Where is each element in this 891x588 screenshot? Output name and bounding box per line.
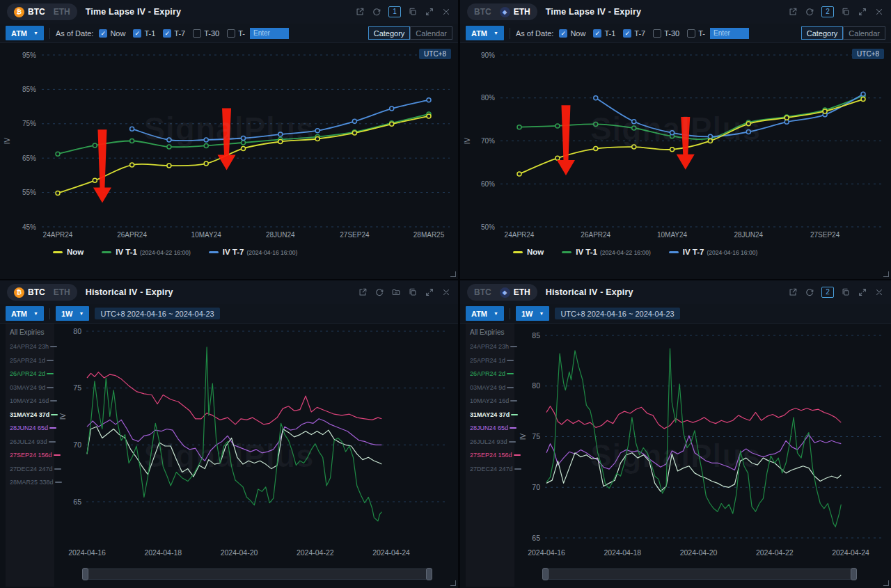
legend-item[interactable]: IV T-1(2024-04-22 16:00) bbox=[102, 248, 190, 256]
expiry-item[interactable]: 28MAR25 338d bbox=[10, 479, 52, 486]
checkbox-now[interactable]: ✓Now bbox=[559, 29, 585, 38]
expiry-item[interactable]: 27DEC24 247d bbox=[10, 466, 52, 472]
fullscreen-icon[interactable] bbox=[425, 7, 434, 17]
checkbox-t-[interactable]: T- bbox=[227, 29, 245, 38]
expiry-item[interactable]: 28JUN24 65d bbox=[10, 424, 52, 431]
category-button[interactable]: Category bbox=[368, 26, 411, 40]
open-external-icon[interactable] bbox=[358, 287, 368, 297]
checkbox-t-1[interactable]: ✓T-1 bbox=[133, 29, 155, 38]
checkbox-t-7[interactable]: ✓T-7 bbox=[163, 29, 185, 38]
expiry-item[interactable]: 25APR24 1d bbox=[470, 357, 512, 364]
sidebar-header[interactable]: All Expiries bbox=[10, 328, 52, 336]
custom-t-days-input[interactable] bbox=[250, 28, 289, 39]
expiry-item[interactable]: 03MAY24 9d bbox=[10, 384, 52, 391]
calendar-button[interactable]: Calendar bbox=[410, 26, 452, 40]
strike-select[interactable]: ATM▼ bbox=[466, 306, 504, 321]
tab-btc[interactable]: ₿ BTC bbox=[14, 287, 45, 298]
tab-eth[interactable]: ETH bbox=[54, 7, 70, 17]
expiry-item[interactable]: 27DEC24 247d bbox=[470, 466, 512, 472]
time-range-slider[interactable] bbox=[84, 569, 431, 580]
window-count-badge[interactable]: 1 bbox=[388, 6, 401, 17]
open-external-icon[interactable] bbox=[788, 7, 798, 17]
close-icon[interactable] bbox=[441, 7, 451, 17]
legend-item[interactable]: IV T-7(2024-04-16 16:00) bbox=[669, 248, 757, 256]
window-count-badge[interactable]: 2 bbox=[821, 6, 834, 17]
refresh-icon[interactable] bbox=[805, 7, 814, 17]
duplicate-icon[interactable] bbox=[408, 7, 418, 17]
tab-eth[interactable]: ◆ ETH bbox=[500, 287, 530, 298]
refresh-icon[interactable] bbox=[372, 7, 381, 17]
expiry-item[interactable]: 26JUL24 93d bbox=[10, 438, 52, 445]
strike-select[interactable]: ATM▼ bbox=[466, 26, 504, 40]
open-external-icon[interactable] bbox=[788, 287, 798, 297]
checkbox-t-[interactable]: T- bbox=[687, 29, 705, 38]
duplicate-icon[interactable] bbox=[841, 7, 851, 17]
duplicate-icon[interactable] bbox=[841, 287, 851, 297]
checkbox-t-1[interactable]: ✓T-1 bbox=[593, 29, 615, 38]
expiry-item[interactable]: 26JUL24 93d bbox=[470, 438, 512, 445]
resize-handle[interactable] bbox=[450, 580, 456, 586]
expiry-item[interactable]: 27SEP24 156d bbox=[10, 452, 52, 459]
time-lapse-chart[interactable]: 50%60%70%80%90%24APR2426APR2410MAY2428JU… bbox=[460, 42, 891, 244]
expiry-item[interactable]: 26APR24 2d bbox=[470, 370, 512, 377]
checkbox-unchecked-icon[interactable] bbox=[193, 29, 201, 38]
checkbox-checked-icon[interactable]: ✓ bbox=[133, 29, 141, 38]
expiry-item[interactable]: 24APR24 23h bbox=[470, 343, 512, 350]
checkbox-t-7[interactable]: ✓T-7 bbox=[623, 29, 645, 38]
expiry-item[interactable]: 24APR24 23h bbox=[10, 343, 52, 350]
window-count-badge[interactable]: 2 bbox=[821, 287, 834, 298]
expiry-item[interactable]: 26APR24 2d bbox=[10, 370, 52, 377]
resize-handle[interactable] bbox=[883, 580, 889, 586]
expiry-item[interactable]: 28JUN24 65d bbox=[470, 424, 512, 431]
checkbox-now[interactable]: ✓Now bbox=[99, 29, 125, 38]
tab-btc[interactable]: ₿ BTC bbox=[14, 7, 45, 17]
slider-handle-left[interactable] bbox=[82, 568, 88, 580]
checkbox-checked-icon[interactable]: ✓ bbox=[559, 29, 567, 38]
historical-iv-chart[interactable]: 657075802024-04-162024-04-182024-04-2020… bbox=[54, 322, 458, 588]
legend-item[interactable]: Now bbox=[513, 248, 544, 256]
tab-btc[interactable]: BTC bbox=[474, 7, 491, 17]
legend-item[interactable]: IV T-7(2024-04-16 16:00) bbox=[209, 248, 297, 256]
category-button[interactable]: Category bbox=[801, 26, 844, 40]
close-icon[interactable] bbox=[874, 7, 884, 17]
fullscreen-icon[interactable] bbox=[858, 287, 867, 297]
checkbox-unchecked-icon[interactable] bbox=[687, 29, 695, 38]
sidebar-header[interactable]: All Expiries bbox=[470, 328, 512, 336]
close-icon[interactable] bbox=[874, 287, 884, 297]
calendar-button[interactable]: Calendar bbox=[843, 26, 885, 40]
expiry-item[interactable]: 25APR24 1d bbox=[10, 357, 52, 364]
time-lapse-chart[interactable]: 45%55%65%75%85%95%24APR2426APR2410MAY242… bbox=[0, 42, 458, 244]
checkbox-t-30[interactable]: T-30 bbox=[193, 29, 219, 38]
fullscreen-icon[interactable] bbox=[858, 7, 867, 17]
expiry-item[interactable]: 31MAY24 37d bbox=[10, 411, 52, 418]
resize-handle[interactable] bbox=[450, 271, 456, 277]
legend-item[interactable]: Now bbox=[53, 248, 84, 256]
historical-iv-chart[interactable]: 65707580852024-04-162024-04-182024-04-20… bbox=[514, 322, 891, 588]
refresh-icon[interactable] bbox=[805, 287, 814, 297]
close-icon[interactable] bbox=[441, 287, 451, 297]
checkbox-unchecked-icon[interactable] bbox=[653, 29, 661, 38]
custom-t-days-input[interactable] bbox=[710, 28, 749, 39]
period-select[interactable]: 1W▼ bbox=[56, 306, 89, 321]
open-external-icon[interactable] bbox=[355, 7, 365, 17]
strike-select[interactable]: ATM▼ bbox=[6, 306, 44, 321]
expiry-item[interactable]: 27SEP24 156d bbox=[470, 452, 512, 459]
slider-handle-left[interactable] bbox=[542, 568, 549, 580]
checkbox-t-30[interactable]: T-30 bbox=[653, 29, 679, 38]
checkbox-checked-icon[interactable]: ✓ bbox=[99, 29, 107, 38]
tab-eth[interactable]: ◆ ETH bbox=[500, 7, 530, 17]
expiry-item[interactable]: 03MAY24 9d bbox=[470, 384, 512, 391]
slider-handle-right[interactable] bbox=[851, 568, 857, 580]
expiry-item[interactable]: 10MAY24 16d bbox=[10, 397, 52, 404]
duplicate-icon[interactable] bbox=[408, 287, 418, 297]
expiry-item[interactable]: 31MAY24 37d bbox=[470, 411, 512, 418]
expiry-item[interactable]: 10MAY24 16d bbox=[470, 397, 512, 404]
resize-handle[interactable] bbox=[883, 271, 889, 277]
fullscreen-icon[interactable] bbox=[425, 287, 434, 297]
checkbox-checked-icon[interactable]: ✓ bbox=[593, 29, 601, 38]
tab-btc[interactable]: BTC bbox=[474, 287, 491, 297]
strike-select[interactable]: ATM▼ bbox=[6, 26, 44, 40]
legend-item[interactable]: IV T-1(2024-04-22 16:00) bbox=[562, 248, 650, 256]
period-select[interactable]: 1W▼ bbox=[516, 306, 549, 321]
time-range-slider[interactable] bbox=[544, 569, 855, 580]
